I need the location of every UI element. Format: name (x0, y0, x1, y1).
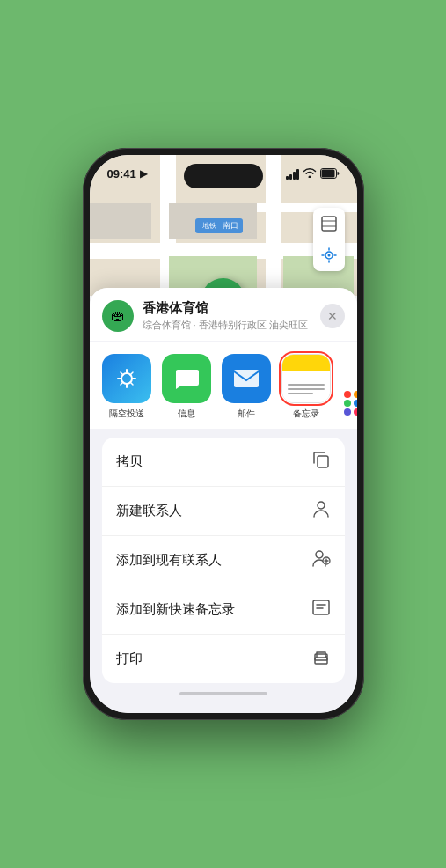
location-status-icon: ▶ (140, 168, 147, 180)
battery-icon (320, 168, 340, 180)
share-item-airdrop[interactable]: 隔空投送 (100, 354, 153, 420)
svg-rect-1 (321, 169, 334, 177)
share-item-mail[interactable]: 邮件 (220, 354, 273, 420)
action-quick-note-label: 添加到新快速备忘录 (116, 601, 235, 618)
status-right (286, 167, 340, 180)
more-dots (344, 391, 357, 416)
action-add-contact-label: 添加到现有联系人 (116, 552, 222, 569)
phone-screen: 09:41 ▶ (90, 155, 357, 713)
airdrop-label: 隔空投送 (109, 408, 144, 420)
bottom-sheet: 🏟 香港体育馆 综合体育馆 · 香港特别行政区 油尖旺区 ✕ (90, 288, 357, 713)
person-add-icon (311, 548, 331, 572)
venue-name: 香港体育馆 (143, 300, 311, 317)
svg-rect-13 (313, 600, 329, 614)
more-apps-indicator[interactable] (340, 354, 357, 420)
action-copy-label: 拷贝 (116, 453, 143, 470)
venue-icon: 🏟 (102, 300, 134, 332)
message-app-icon[interactable] (162, 354, 211, 403)
mail-app-icon[interactable] (222, 354, 271, 403)
wifi-icon (303, 167, 317, 180)
home-indicator (179, 692, 267, 695)
action-new-contact[interactable]: 新建联系人 (102, 487, 345, 536)
person-icon (311, 499, 331, 523)
signal-bars (286, 169, 299, 180)
airdrop-app-icon[interactable] (102, 354, 151, 403)
status-time: 09:41 ▶ (107, 167, 147, 180)
share-item-notes[interactable]: 备忘录 (280, 354, 333, 420)
svg-rect-2 (322, 217, 336, 231)
venue-sub: 综合体育馆 · 香港特别行政区 油尖旺区 (143, 319, 311, 332)
svg-rect-8 (234, 370, 259, 387)
notes-app-icon[interactable] (281, 354, 331, 403)
venue-info: 香港体育馆 综合体育馆 · 香港特别行政区 油尖旺区 (143, 300, 311, 332)
sheet-header: 🏟 香港体育馆 综合体育馆 · 香港特别行政区 油尖旺区 ✕ (90, 288, 357, 341)
svg-point-16 (325, 656, 327, 658)
action-print[interactable]: 打印 (102, 635, 345, 683)
map-location-button[interactable] (313, 239, 345, 271)
copy-icon (311, 450, 331, 474)
map-controls[interactable] (313, 208, 345, 271)
action-quick-note[interactable]: 添加到新快速备忘录 (102, 585, 345, 635)
printer-icon (311, 647, 331, 671)
action-add-contact[interactable]: 添加到现有联系人 (102, 536, 345, 585)
action-new-contact-label: 新建联系人 (116, 503, 182, 519)
svg-point-11 (316, 551, 323, 558)
mail-label: 邮件 (238, 408, 255, 420)
map-layer-button[interactable] (313, 208, 345, 239)
share-apps-row: 隔空投送 信息 (90, 342, 357, 429)
dynamic-island (184, 164, 263, 188)
share-item-message[interactable]: 信息 (160, 354, 213, 420)
action-print-label: 打印 (116, 651, 143, 667)
phone-frame: 09:41 ▶ (83, 148, 364, 720)
svg-point-6 (327, 254, 330, 257)
notes-label: 备忘录 (293, 408, 319, 420)
close-button[interactable]: ✕ (320, 304, 345, 328)
svg-rect-9 (318, 456, 328, 467)
action-copy[interactable]: 拷贝 (102, 438, 345, 487)
note-icon (311, 598, 331, 622)
message-label: 信息 (178, 408, 195, 420)
map-station-label: 地铁 南口 (195, 218, 244, 233)
svg-point-10 (318, 502, 325, 509)
action-list: 拷贝 新建联系人 (102, 438, 345, 683)
